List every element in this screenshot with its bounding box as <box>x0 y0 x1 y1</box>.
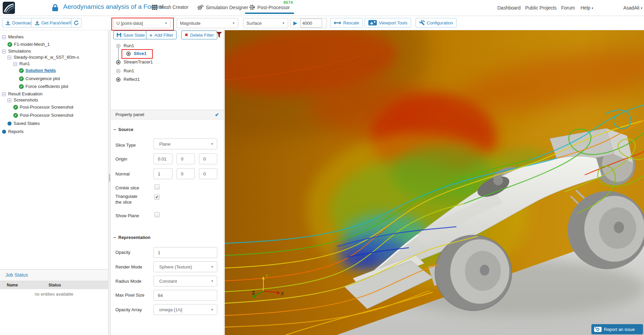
origin-z-input[interactable] <box>199 153 217 164</box>
pipeline-item-run1[interactable]: Run1 <box>111 43 224 49</box>
tree-item-pp-screenshot-2[interactable]: ✓ Post-Processor Screenshot <box>0 112 108 118</box>
gears-icon <box>197 4 203 10</box>
chevron-down-icon: ▼ <box>232 22 235 25</box>
visibility-eye-icon[interactable] <box>116 69 121 73</box>
collapse-icon[interactable] <box>2 50 6 53</box>
tree-item-run1[interactable]: Run1 <box>0 61 108 67</box>
source-section-header[interactable]: −Source <box>113 127 133 132</box>
download-button[interactable]: Download <box>2 18 36 27</box>
normal-z-input[interactable] <box>199 168 217 179</box>
configuration-button[interactable]: Configuration <box>416 18 457 27</box>
add-filter-button[interactable]: + Add Filter <box>146 31 177 39</box>
refresh-button[interactable] <box>71 18 81 27</box>
normal-y-input[interactable] <box>177 168 195 179</box>
collapse-icon[interactable] <box>7 56 11 59</box>
representation-section-header[interactable]: −Representation <box>113 235 150 240</box>
lock-icon <box>52 4 58 13</box>
tab-simulation-designer[interactable]: Simulation Designer <box>197 4 248 10</box>
visibility-eye-icon[interactable] <box>116 60 121 64</box>
tree-item-force-coefficients[interactable]: ✓ Force coefficients plot <box>0 83 108 90</box>
tab-post-processor[interactable]: BETA Post-Processor <box>249 4 290 10</box>
visibility-eye-icon[interactable] <box>126 52 131 56</box>
check-icon: ✓ <box>7 42 12 47</box>
field-select[interactable]: U [point-data]▼ <box>113 18 171 28</box>
visibility-eye-icon[interactable] <box>116 44 121 48</box>
tree-item-meshes[interactable]: Meshes <box>0 34 108 40</box>
origin-x-input[interactable] <box>153 153 172 164</box>
delete-filter-button[interactable]: ✖ Delete Filter <box>181 31 217 39</box>
get-paraview-button[interactable]: Get ParaView® <box>31 18 76 27</box>
tree-item-steady-incomp[interactable]: Steady-Incomp-K_w_SST_60m-s <box>0 54 108 60</box>
tree-item-solution-fields[interactable]: ✓ Solution fields <box>0 68 108 74</box>
origin-y-input[interactable] <box>177 153 195 164</box>
representation-select[interactable]: Surface▼ <box>243 18 288 28</box>
tab-mesh-creator[interactable]: Mesh Creator <box>152 4 188 10</box>
collapse-icon[interactable] <box>13 62 17 66</box>
axis-x-label: X <box>281 291 284 296</box>
pipeline-item-run1-2[interactable]: Run1 <box>111 68 224 74</box>
pipeline-item-slice1[interactable]: Slice1 <box>111 51 224 57</box>
tree-item-reports[interactable]: Reports <box>0 129 108 135</box>
report-issue-button[interactable]: Report an issue <box>591 324 643 334</box>
wrench-icon <box>419 20 425 25</box>
opacity-array-select[interactable]: omega [1/s]▼ <box>153 304 217 315</box>
pipeline-item-reflect1[interactable]: Reflect1 <box>111 76 224 82</box>
frame-input[interactable] <box>300 19 322 27</box>
panel-splitter[interactable] <box>108 30 111 335</box>
play-button[interactable]: ▶ <box>291 20 300 26</box>
chevron-down-icon: ▼ <box>211 265 214 268</box>
tree-item-simulations[interactable]: Simulations <box>0 48 108 54</box>
nav-dashboard[interactable]: Dashboard <box>497 5 521 11</box>
visibility-eye-icon[interactable] <box>116 77 121 82</box>
render-mode-select[interactable]: Sphere (Texture)▼ <box>153 261 217 272</box>
column-name: Name <box>7 283 18 287</box>
crinkle-slice-checkbox[interactable] <box>154 184 160 189</box>
check-icon: ✓ <box>13 105 18 110</box>
collapse-icon[interactable] <box>2 92 6 96</box>
job-status-panel: Job Status Name Status no entities avail… <box>0 269 108 335</box>
collapse-icon[interactable] <box>2 35 6 39</box>
tab-label: Mesh Creator <box>160 4 188 10</box>
nav-help-menu[interactable]: Help▾ <box>581 5 593 11</box>
filter-hourglass-icon[interactable] <box>217 32 222 40</box>
slice-type-select[interactable]: Plane▼ <box>153 138 217 149</box>
triangulate-label-line2: the slice <box>115 200 132 205</box>
tree-item-result-evaluation[interactable]: Result Evaluation <box>0 91 108 97</box>
apply-check-icon[interactable]: ✔ <box>215 112 219 117</box>
collapse-icon[interactable] <box>7 98 11 102</box>
check-icon: ✓ <box>13 113 18 118</box>
max-pixel-size-input[interactable] <box>153 290 217 301</box>
user-menu[interactable]: AsadAli▾ <box>623 5 642 11</box>
nav-public-projects[interactable]: Public Projects <box>525 5 557 11</box>
tree-item-convergence-plot[interactable]: ✓ Convergence plot <box>0 76 108 82</box>
opacity-input[interactable] <box>153 247 217 258</box>
nav-forum[interactable]: Forum <box>561 5 575 11</box>
tab-label: Simulation Designer <box>206 5 248 10</box>
triangulate-label-line1: Triangulate <box>115 194 137 199</box>
pipeline-item-streamtracer1[interactable]: StreamTracer1 <box>111 59 224 65</box>
radius-mode-select[interactable]: Constant▼ <box>153 276 217 286</box>
tree-item-screenshots[interactable]: Screenshots <box>0 97 108 103</box>
origin-label: Origin <box>115 156 127 162</box>
save-state-button[interactable]: Save State <box>113 31 148 39</box>
component-select[interactable]: Magnitude▼ <box>177 18 238 28</box>
viewport-tools-button[interactable]: Viewport Tools <box>365 18 411 27</box>
gear-icon <box>249 4 255 10</box>
download-icon <box>6 21 10 25</box>
normal-x-input[interactable] <box>153 168 172 179</box>
chevron-down-icon: ▾ <box>641 6 642 10</box>
render-viewport[interactable]: Y X Z <box>225 30 644 335</box>
max-pixel-size-label: Max Pixel Size <box>115 293 144 298</box>
bullet-icon <box>2 130 6 134</box>
tree-item-pp-screenshot-1[interactable]: ✓ Post-Processor Screenshot <box>0 104 108 110</box>
simscale-logo[interactable] <box>3 2 15 15</box>
show-plane-checkbox[interactable] <box>154 212 160 217</box>
rescale-button[interactable]: Rescale <box>330 18 363 27</box>
tree-item-f1-mesh[interactable]: ✓ F1-model-Mesh_1 <box>0 41 108 48</box>
tree-item-saved-states[interactable]: Saved States <box>0 120 108 127</box>
triangulate-checkbox[interactable]: ✔ <box>154 194 160 200</box>
normal-label: Normal <box>115 171 130 176</box>
show-plane-label: Show Plane <box>115 213 139 218</box>
opacity-label: Opacity <box>115 250 130 255</box>
app-header: Aerodynamics analysis of a Formul... Mes… <box>0 0 644 16</box>
